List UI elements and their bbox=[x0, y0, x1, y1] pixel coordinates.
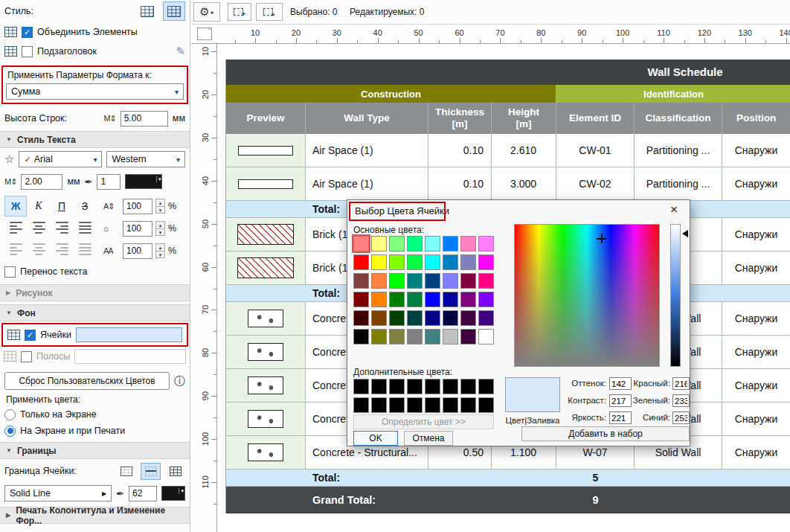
cells-checkbox[interactable]: ✓ bbox=[25, 330, 36, 341]
basic-color-swatch[interactable] bbox=[407, 310, 423, 326]
grand-total-row[interactable]: Grand Total:9 bbox=[226, 487, 790, 513]
basic-color-swatch[interactable] bbox=[425, 292, 440, 307]
crosshair-marker[interactable] bbox=[597, 234, 606, 243]
custom-color-swatch[interactable] bbox=[425, 397, 440, 413]
basic-color-swatch[interactable] bbox=[389, 254, 405, 270]
basic-color-swatch[interactable] bbox=[443, 329, 458, 344]
custom-color-swatch[interactable] bbox=[371, 379, 387, 394]
border-all-button[interactable] bbox=[165, 463, 185, 480]
hue-input[interactable] bbox=[609, 377, 632, 390]
stepper-arrows[interactable] bbox=[155, 243, 165, 258]
basic-color-swatch[interactable] bbox=[371, 236, 387, 251]
basic-color-swatch[interactable] bbox=[425, 329, 440, 344]
red-input[interactable] bbox=[672, 377, 690, 390]
info-icon[interactable]: ⓘ bbox=[174, 374, 185, 388]
basic-color-swatch[interactable] bbox=[443, 273, 458, 289]
green-input[interactable] bbox=[672, 394, 690, 407]
char-width-input[interactable] bbox=[123, 221, 152, 237]
merge-elements-checkbox[interactable]: ✓ bbox=[22, 27, 33, 38]
char-spacing-input[interactable] bbox=[123, 243, 152, 259]
basic-color-swatch[interactable] bbox=[353, 236, 369, 251]
basic-color-swatch[interactable] bbox=[407, 329, 423, 344]
pencil-icon[interactable]: ✎ bbox=[176, 45, 185, 58]
basic-color-swatch[interactable] bbox=[425, 236, 440, 251]
custom-color-swatch[interactable] bbox=[478, 397, 494, 413]
custom-color-swatch[interactable] bbox=[371, 397, 387, 413]
basic-color-swatch[interactable] bbox=[371, 310, 387, 326]
ok-button[interactable]: OK bbox=[353, 431, 398, 446]
section-background[interactable]: ▼ Фон bbox=[0, 304, 190, 321]
basic-color-swatch[interactable] bbox=[353, 273, 369, 289]
basic-color-swatch[interactable] bbox=[353, 329, 369, 344]
basic-color-swatch[interactable] bbox=[389, 310, 405, 326]
custom-color-swatch[interactable] bbox=[478, 379, 494, 394]
basic-color-swatch[interactable] bbox=[460, 292, 476, 307]
font-pen-input[interactable] bbox=[97, 174, 121, 190]
subtitle-checkbox[interactable] bbox=[22, 46, 33, 57]
table-row[interactable]: Air Space (1)0.102.610CW-01Partitioning … bbox=[226, 134, 790, 167]
basic-color-swatch[interactable] bbox=[353, 254, 369, 270]
total-row[interactable]: Total:5 bbox=[226, 469, 790, 487]
custom-color-swatch[interactable] bbox=[389, 379, 405, 394]
basic-color-swatch[interactable] bbox=[371, 292, 387, 307]
add-to-custom-button[interactable]: Добавить в набор bbox=[521, 426, 690, 441]
blue-input[interactable] bbox=[672, 411, 690, 424]
apply-format-dropdown[interactable]: Сумма ▾ bbox=[6, 83, 184, 100]
line-spacing-input[interactable] bbox=[123, 199, 152, 214]
screen-print-radio[interactable] bbox=[4, 426, 16, 437]
basic-color-swatch[interactable] bbox=[371, 273, 387, 289]
screen-only-radio[interactable] bbox=[4, 409, 16, 420]
luminance-slider[interactable] bbox=[670, 224, 681, 367]
stripes-color-swatch[interactable] bbox=[74, 349, 186, 364]
luminance-arrow[interactable] bbox=[682, 230, 688, 237]
reset-custom-colors-button[interactable]: Сброс Пользовательских Цветов bbox=[4, 372, 170, 390]
pick-selection-button[interactable]: ▸ bbox=[256, 3, 283, 21]
border-pen-input[interactable] bbox=[129, 486, 157, 501]
basic-color-swatch[interactable] bbox=[371, 254, 387, 270]
line-type-dropdown[interactable]: Solid Line ▶ bbox=[4, 485, 112, 501]
custom-color-swatch[interactable] bbox=[407, 379, 423, 394]
ruler-origin-corner[interactable]: → bbox=[191, 25, 217, 44]
border-horizontal-button[interactable] bbox=[141, 463, 161, 480]
basic-color-swatch[interactable] bbox=[443, 292, 458, 307]
valign-center-button[interactable] bbox=[28, 239, 50, 260]
basic-color-swatch[interactable] bbox=[371, 329, 387, 344]
basic-color-swatch[interactable] bbox=[460, 310, 476, 326]
basic-color-swatch[interactable] bbox=[353, 310, 369, 326]
font-color-swatch[interactable] bbox=[125, 174, 162, 189]
custom-color-swatch[interactable] bbox=[353, 379, 369, 394]
basic-color-swatch[interactable] bbox=[460, 329, 476, 344]
border-color-swatch[interactable] bbox=[161, 486, 185, 501]
basic-color-swatch[interactable] bbox=[460, 254, 476, 270]
basic-color-swatch[interactable] bbox=[389, 273, 405, 289]
basic-color-swatch[interactable] bbox=[389, 292, 405, 307]
table-row[interactable]: Air Space (1)0.103.000CW-02Partitioning … bbox=[226, 167, 790, 201]
bold-button[interactable]: Ж bbox=[4, 196, 27, 217]
valign-top-button[interactable] bbox=[4, 239, 27, 260]
basic-color-swatch[interactable] bbox=[407, 273, 423, 289]
close-icon[interactable]: × bbox=[664, 202, 684, 218]
basic-color-swatch[interactable] bbox=[407, 236, 423, 251]
basic-color-swatch[interactable] bbox=[478, 273, 494, 289]
stepper-arrows[interactable] bbox=[155, 221, 165, 236]
border-outer-button[interactable] bbox=[116, 463, 136, 480]
basic-color-swatch[interactable] bbox=[353, 292, 369, 307]
cells-color-swatch[interactable] bbox=[76, 327, 182, 342]
basic-color-swatch[interactable] bbox=[478, 254, 494, 270]
custom-color-swatch[interactable] bbox=[443, 397, 458, 413]
basic-color-swatch[interactable] bbox=[460, 273, 476, 289]
basic-color-swatch[interactable] bbox=[478, 236, 494, 251]
align-left-button[interactable] bbox=[4, 217, 27, 238]
section-picture[interactable]: ▶ Рисунок bbox=[0, 284, 190, 301]
custom-color-swatch[interactable] bbox=[407, 397, 423, 413]
custom-color-swatch[interactable] bbox=[460, 379, 476, 394]
basic-color-swatch[interactable] bbox=[389, 236, 405, 251]
basic-color-swatch[interactable] bbox=[460, 236, 476, 251]
valign-bottom-button[interactable] bbox=[51, 239, 73, 260]
font-dropdown[interactable]: ✓ Arial ▾ bbox=[19, 151, 102, 167]
underline-button[interactable]: П bbox=[51, 196, 73, 217]
basic-color-swatch[interactable] bbox=[478, 310, 494, 326]
hue-saturation-field[interactable] bbox=[514, 224, 660, 367]
horizontal-ruler[interactable]: 102030405060708090100110120130140 bbox=[217, 25, 790, 44]
stripes-checkbox[interactable] bbox=[21, 351, 32, 362]
